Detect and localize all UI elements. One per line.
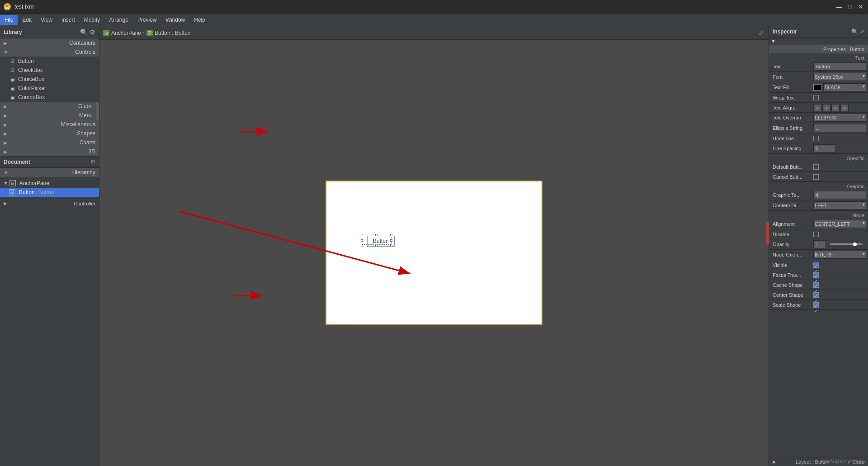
insp-focus-trav-control[interactable]: ✓ (813, 272, 866, 278)
insp-underline-control[interactable] (813, 136, 866, 141)
insp-center-shape-checkbox[interactable]: ✓ (813, 292, 819, 298)
insp-cancel-btn-control[interactable] (813, 174, 866, 180)
insp-opacity-slider-wrap[interactable] (826, 243, 866, 245)
insp-disable-checkbox[interactable] (813, 232, 819, 237)
insp-cache-shape-control[interactable]: ✓ (813, 282, 866, 288)
section-shapes[interactable]: ▶ Shapes (0, 129, 99, 138)
library-icons: 🔍 ⚙ (80, 29, 95, 36)
menu-file[interactable]: File (0, 15, 18, 25)
sel-handle-bm (375, 245, 377, 247)
insp-text-overrun-select[interactable]: ELLIPSIS (813, 114, 866, 122)
insp-focus-trav-checkbox[interactable]: ✓ (813, 272, 819, 278)
insp-node-orient-select[interactable]: INHERIT (813, 251, 866, 259)
insp-cache-shape-checkbox[interactable]: ✓ (813, 282, 819, 288)
insp-ellipsis-input[interactable] (813, 124, 866, 132)
insp-content-display-control[interactable]: LEFT (813, 201, 866, 209)
insp-text-overrun-control[interactable]: ELLIPSIS (813, 114, 866, 122)
menu-view[interactable]: View (36, 15, 57, 25)
section-gluon[interactable]: ▶ Gluon (0, 102, 96, 111)
insp-text-fill-select[interactable]: BLACK (823, 83, 866, 91)
minimize-button[interactable]: — (835, 3, 843, 10)
insp-line-spacing-control[interactable] (813, 144, 866, 152)
menu-insert[interactable]: Insert (57, 15, 80, 25)
insp-alignment-control[interactable]: CENTER_LEFT (813, 220, 866, 228)
controller-arrow[interactable]: ▶ (4, 201, 7, 206)
breadcrumb-anchor-icon: ⊞ (103, 30, 109, 36)
insp-line-spacing-input[interactable] (813, 144, 836, 152)
inspector-specific-section: Specific (769, 154, 868, 162)
inspector-expand-icon[interactable]: ⤢ (860, 29, 864, 35)
hier-button[interactable]: ☑ Button Button (0, 188, 99, 197)
menu-arrange[interactable]: Arrange (104, 15, 133, 25)
library-item-button[interactable]: ☑ Button (0, 57, 99, 66)
align-justify-btn[interactable]: ≡ (840, 104, 849, 111)
close-button[interactable]: ✕ (857, 3, 864, 10)
right-side-tab[interactable] (769, 222, 769, 244)
section-3d[interactable]: ▶ 3D (0, 147, 99, 156)
section-hierarchy[interactable]: ▼ Hierarchy (0, 168, 99, 177)
menu-preview[interactable]: Preview (133, 15, 161, 25)
choicebox-item-icon: ▣ (9, 76, 15, 82)
insp-scale-shape-checkbox[interactable]: ✓ (813, 302, 819, 308)
menu-edit[interactable]: Edit (18, 15, 36, 25)
library-item-combobox[interactable]: ▣ ComboBox (0, 93, 99, 102)
insp-ellipsis-control[interactable] (813, 124, 866, 132)
maximize-button[interactable]: □ (846, 3, 854, 10)
insp-center-shape-control[interactable]: ✓ (813, 292, 866, 298)
library-item-choicebox[interactable]: ▣ ChoiceBox (0, 75, 99, 84)
insp-font-select[interactable]: System 15px (813, 73, 866, 81)
section-containers[interactable]: ▶ Containers (0, 38, 99, 48)
menu-modify[interactable]: Modify (80, 15, 104, 25)
document-settings-icon[interactable]: ⚙ (90, 159, 95, 165)
insp-wrap-text-checkbox[interactable] (813, 95, 819, 100)
insp-visible-control[interactable]: ✓ (813, 262, 866, 268)
3d-label: 3D (89, 148, 95, 155)
insp-opacity-slider[interactable] (830, 243, 863, 245)
menu-window[interactable]: Window (161, 15, 190, 25)
section-menu[interactable]: ▶ Menu (0, 111, 96, 120)
canvas-viewport[interactable]: Button (99, 40, 769, 466)
insp-graphic-text-input[interactable] (813, 191, 866, 199)
insp-content-display-select[interactable]: LEFT (813, 201, 866, 209)
insp-disable-control[interactable] (813, 232, 866, 237)
library-item-colorpicker[interactable]: ▣ ColorPicker (0, 84, 99, 93)
hier-anchor-pane[interactable]: ▼ ⊟ AnchorPane (0, 179, 99, 188)
inspector-search-icon[interactable]: 🔍 (851, 29, 858, 35)
menu-help[interactable]: Help (189, 15, 210, 25)
insp-scale-shape-control[interactable]: ✓ (813, 302, 866, 308)
insp-default-btn-checkbox[interactable] (813, 164, 819, 170)
align-right-btn[interactable]: ≡ (831, 104, 840, 111)
insp-text-fill-control[interactable]: BLACK (813, 83, 866, 91)
window-title: test.fxml (14, 4, 35, 10)
section-controls[interactable]: ▼ Controls (0, 48, 99, 57)
insp-wrap-text-control[interactable] (813, 95, 866, 100)
inspector-content: Text Text Font System 15px Text (769, 53, 868, 457)
library-item-checkbox[interactable]: ☑ CheckBox (0, 66, 99, 75)
insp-text-align-control[interactable]: ≡ ≡ ≡ ≡ (813, 104, 866, 111)
library-title: Library (4, 29, 22, 35)
canvas-expand-icon[interactable]: ⤢ (758, 29, 765, 38)
text-fill-swatch[interactable] (813, 84, 821, 90)
document-header: Document ⚙ (0, 157, 99, 168)
inspector-bottom-arrow[interactable]: ▶ (773, 459, 776, 464)
insp-opacity-input[interactable] (813, 240, 826, 248)
insp-default-btn-control[interactable] (813, 164, 866, 170)
section-charts[interactable]: ▶ Charts (0, 138, 99, 147)
align-center-btn[interactable]: ≡ (822, 104, 830, 111)
insp-node-orient-control[interactable]: INHERIT (813, 251, 866, 259)
misc-label: Miscellaneous (61, 121, 95, 128)
insp-font-control[interactable]: System 15px (813, 73, 866, 81)
insp-text-input[interactable] (813, 62, 866, 71)
insp-underline-checkbox[interactable] (813, 136, 819, 141)
library-settings-icon[interactable]: ⚙ (90, 29, 95, 36)
align-left-btn[interactable]: ≡ (813, 104, 821, 111)
library-search-icon[interactable]: 🔍 (80, 29, 88, 36)
insp-text-control[interactable] (813, 62, 866, 71)
insp-alignment-select[interactable]: CENTER_LEFT (813, 220, 866, 228)
insp-graphic-text-control[interactable] (813, 191, 866, 199)
insp-visible-checkbox[interactable]: ✓ (813, 262, 819, 268)
insp-cancel-btn-checkbox[interactable] (813, 174, 819, 180)
section-miscellaneous[interactable]: ▶ Miscellaneous (0, 120, 99, 129)
library-scrollbar[interactable] (96, 102, 99, 120)
gluon-arrow: ▶ (4, 104, 7, 109)
